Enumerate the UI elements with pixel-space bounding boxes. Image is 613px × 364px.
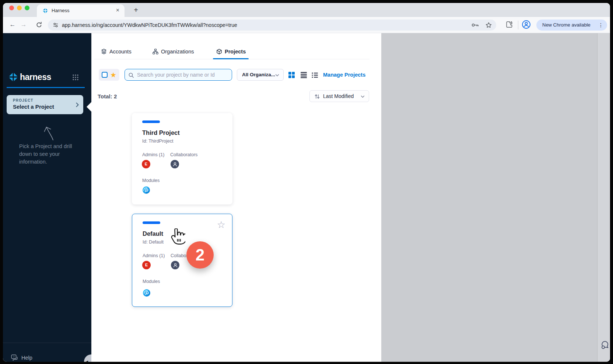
tab-title: Harness — [52, 4, 69, 17]
project-selector[interactable]: PROJECT Select a Project — [7, 95, 83, 114]
person-icon — [172, 161, 178, 167]
project-id: Id: ThirdProject — [142, 139, 174, 144]
layers-icon — [101, 49, 107, 55]
harness-brand-text: harness — [20, 72, 51, 82]
project-id: Id: Default — [143, 239, 164, 245]
sort-dropdown-value: Last Modified — [323, 91, 354, 102]
feedback-chat-icon[interactable] — [600, 340, 610, 350]
right-side-strip — [597, 33, 610, 362]
toolbar-divider — [518, 21, 518, 29]
harness-logo-icon — [8, 72, 18, 82]
browser-tab-strip: Harness × + — [3, 3, 610, 17]
person-icon — [172, 262, 178, 268]
tab-projects[interactable]: Projects — [216, 47, 246, 56]
collaborators-label: Collaborators — [170, 152, 197, 157]
tab-accounts[interactable]: Accounts — [101, 47, 132, 56]
detail-list-icon[interactable] — [312, 72, 318, 78]
chaos-module-icon[interactable] — [142, 186, 150, 194]
window-minimize-button[interactable] — [17, 6, 22, 10]
extensions-icon[interactable] — [506, 21, 512, 28]
page-backdrop — [381, 33, 610, 362]
bookmark-star-icon[interactable] — [486, 22, 492, 28]
admins-label: Admins (1) — [142, 152, 164, 157]
tab-close-icon[interactable]: × — [115, 4, 121, 17]
search-input[interactable] — [125, 69, 232, 80]
chevron-right-icon — [76, 102, 79, 107]
new-tab-button[interactable]: + — [130, 5, 141, 16]
tab-accounts-label: Accounts — [109, 49, 132, 55]
project-selector-value: Select a Project — [13, 104, 54, 110]
app-grid-icon[interactable] — [72, 74, 79, 81]
favorite-star-icon[interactable]: ★ — [110, 71, 116, 78]
step-annotation-badge: 2 — [186, 241, 214, 269]
admin-avatar[interactable]: E — [142, 160, 150, 168]
collaborator-avatar[interactable] — [171, 261, 179, 269]
project-card-default[interactable]: ☆ Default Id: Default Admins (1) Collabo… — [132, 214, 232, 307]
help-button[interactable]: Help — [21, 355, 32, 361]
sort-dropdown[interactable]: Last Modified — [309, 90, 369, 102]
sidebar-bottom-divider — [3, 343, 91, 343]
password-key-icon[interactable] — [472, 23, 479, 27]
window-zoom-button[interactable] — [25, 6, 29, 10]
selector-pointer-notch — [87, 102, 91, 112]
url-bar[interactable]: app.harness.io/ng/account/YWdkwNPiTceDUK… — [48, 20, 496, 31]
favorite-star-outline-icon[interactable]: ☆ — [217, 219, 225, 231]
favorites-filter-group: ★ — [99, 69, 119, 81]
favorites-checkbox[interactable] — [102, 72, 108, 78]
project-color-bar — [142, 120, 160, 123]
browser-window: Harness × + ← → app.harness.io/ng/accoun… — [3, 3, 610, 362]
grid-view-icon[interactable] — [288, 72, 295, 78]
site-settings-icon[interactable] — [53, 22, 59, 28]
forward-button[interactable]: → — [18, 20, 29, 30]
chaos-module-icon[interactable] — [143, 289, 151, 297]
manage-projects-link[interactable]: Manage Projects — [323, 69, 365, 81]
modules-label: Modules — [143, 279, 160, 284]
hand-cursor-icon — [171, 228, 185, 247]
cube-icon — [216, 49, 222, 55]
reload-button[interactable] — [36, 21, 42, 28]
chevron-down-icon — [275, 74, 279, 77]
sidebar-accent-divider — [7, 87, 85, 88]
project-color-bar — [143, 221, 160, 224]
svg-text:?: ? — [13, 355, 14, 358]
project-title: Default — [143, 230, 163, 237]
project-card-third-project[interactable]: Third Project Id: ThirdProject Admins (1… — [132, 113, 232, 204]
sketch-arrow-icon — [37, 121, 59, 142]
window-close-button[interactable] — [9, 6, 14, 10]
chevron-down-icon — [361, 95, 365, 98]
harness-favicon-icon — [42, 8, 48, 14]
back-button[interactable]: ← — [7, 20, 18, 30]
screenshot-frame: Harness × + ← → app.harness.io/ng/accoun… — [0, 0, 613, 364]
project-selector-label: PROJECT — [13, 98, 34, 102]
org-chart-icon — [153, 49, 158, 55]
list-view-icon[interactable] — [301, 72, 307, 78]
total-count-label: Total: 2 — [98, 93, 117, 99]
browser-menu-icon[interactable]: ⋮ — [598, 20, 603, 31]
help-chat-icon: ? — [11, 354, 18, 361]
url-text[interactable]: app.harness.io/ng/account/YWdkwNPiTceDUK… — [62, 20, 237, 31]
tab-organizations-label: Organizations — [161, 49, 194, 55]
browser-tab[interactable]: Harness × — [37, 4, 125, 17]
harness-sidebar: harness PROJECT Select a Project Pick a … — [3, 33, 91, 362]
collaborator-avatar[interactable] — [171, 160, 179, 168]
profile-avatar-icon[interactable] — [522, 20, 531, 29]
sidebar-collapse-handle[interactable]: ◀ — [84, 354, 91, 362]
admin-avatar[interactable]: E — [142, 261, 151, 269]
organization-dropdown-value: All Organiza... — [242, 69, 275, 80]
tab-projects-label: Projects — [225, 49, 246, 55]
organization-dropdown[interactable]: All Organiza... — [237, 69, 284, 81]
admins-label: Admins (1) — [143, 253, 165, 258]
new-chrome-available-button[interactable]: New Chrome available ⋮ — [536, 20, 607, 31]
tab-organizations[interactable]: Organizations — [153, 47, 194, 56]
new-chrome-label: New Chrome available — [542, 20, 591, 31]
active-tab-underline — [213, 58, 249, 59]
project-search — [125, 69, 232, 81]
modules-label: Modules — [142, 178, 160, 183]
sidebar-hint-text: Pick a Project and drill down to see you… — [19, 143, 77, 166]
sort-arrows-icon — [314, 94, 320, 99]
project-title: Third Project — [142, 129, 180, 136]
step-number: 2 — [196, 246, 204, 264]
